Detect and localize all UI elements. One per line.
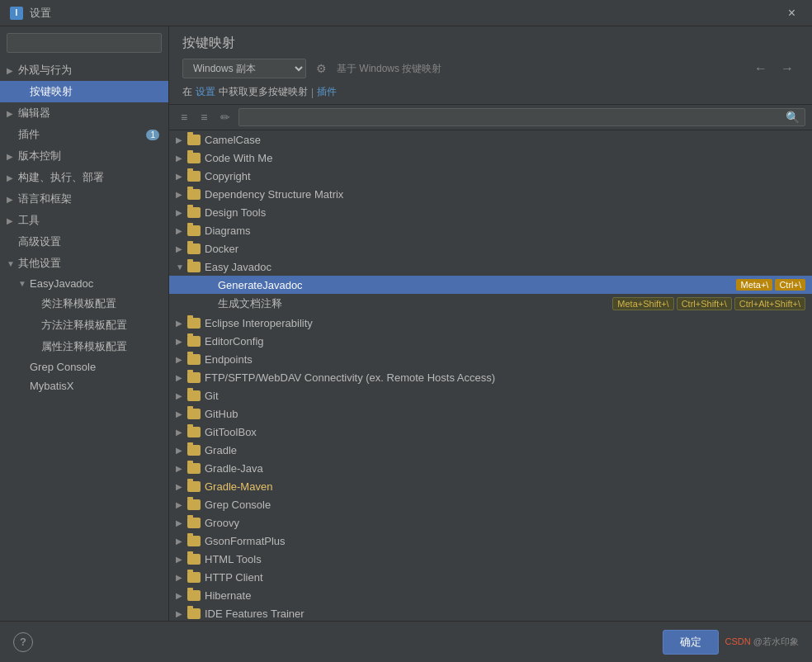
folder-icon [187, 536, 201, 546]
sidebar-item-methodcomment[interactable]: 方法注释模板配置 [0, 314, 168, 336]
close-button[interactable]: × [781, 2, 802, 24]
plugins-link[interactable]: 插件 [317, 85, 337, 99]
sidebar-item-other[interactable]: ▼其他设置 [0, 253, 168, 274]
tree-item-codewithme[interactable]: ▶Code With Me [169, 149, 812, 167]
window-title: 设置 [30, 6, 781, 21]
chevron-icon: ▶ [7, 109, 17, 118]
tree-item-label: GsonFormatPlus [205, 535, 805, 547]
section-title: 按键映射 [182, 35, 799, 52]
sidebar-item-vcs[interactable]: ▶版本控制 [0, 145, 168, 167]
chevron-icon: ▶ [176, 391, 187, 400]
settings-link[interactable]: 设置 [196, 85, 215, 99]
header-row2: 在 设置 中获取更多按键映射 | 插件 [182, 85, 799, 99]
tree-item-diagrams[interactable]: ▶Diagrams [169, 221, 812, 239]
chevron-icon: ▶ [176, 591, 187, 600]
tree-item-designtools[interactable]: ▶Design Tools [169, 203, 812, 221]
keymap-dropdown[interactable]: Windows 副本 [182, 59, 306, 78]
sidebar-item-appearance[interactable]: ▶外观与行为 [0, 59, 168, 81]
chevron-icon: ▶ [176, 135, 187, 144]
tree-item-label: Endpoints [205, 353, 805, 366]
tree-item-hibernate[interactable]: ▶Hibernate [169, 586, 812, 604]
tree-item-gradlejava[interactable]: ▶Gradle-Java [169, 459, 812, 477]
tree-item-ftp[interactable]: ▶FTP/SFTP/WebDAV Connectivity (ex. Remot… [169, 368, 812, 386]
folder-icon [187, 318, 201, 329]
tree-item-generatejavadoc[interactable]: GenerateJavadocMeta+\Ctrl+\ [169, 276, 812, 294]
main-header: 按键映射 Windows 副本 ⚙ 基于 Windows 按键映射 ← → 在 … [169, 26, 812, 105]
sidebar: ▶外观与行为按键映射▶编辑器插件1▶版本控制▶构建、执行、部署▶语言和框架▶工具… [0, 26, 169, 621]
chevron-icon: ▶ [176, 555, 187, 564]
chevron-icon: ▶ [176, 609, 187, 618]
folder-icon [187, 153, 201, 163]
tree-item-camelcase[interactable]: ▶CamelCase [169, 130, 812, 149]
tree-item-gittoolbox[interactable]: ▶GitToolBox [169, 423, 812, 441]
chevron-icon: ▶ [7, 66, 17, 75]
tree-item-label: Code With Me [205, 152, 805, 164]
tree-item-dsm[interactable]: ▶Dependency Structure Matrix [169, 185, 812, 203]
nav-back-button[interactable]: ← [749, 59, 772, 78]
sidebar-item-advanced[interactable]: 高级设置 [0, 231, 168, 253]
tree-item-generatecomment[interactable]: 生成文档注释Meta+Shift+\Ctrl+Shift+\Ctrl+Alt+S… [169, 294, 812, 314]
tree-item-easyjavadoc[interactable]: ▼Easy Javadoc [169, 258, 812, 276]
folder-icon [187, 207, 201, 218]
chevron-icon: ▶ [176, 373, 187, 382]
link-separator: | [311, 87, 314, 98]
tree-item-grepconsole[interactable]: ▶Grep Console [169, 495, 812, 513]
chevron-icon: ▶ [176, 172, 187, 181]
search-icon-button[interactable]: 🔍 [786, 111, 800, 124]
confirm-button[interactable]: 确定 [663, 630, 719, 655]
based-on-text: 基于 Windows 按键映射 [337, 62, 441, 76]
dialog-body: ▶外观与行为按键映射▶编辑器插件1▶版本控制▶构建、执行、部署▶语言和框架▶工具… [0, 26, 812, 621]
tree-item-gsonformatplus[interactable]: ▶GsonFormatPlus [169, 532, 812, 550]
sidebar-item-label: Grep Console [30, 361, 162, 373]
sidebar-item-classcomment[interactable]: 类注释模板配置 [0, 293, 168, 314]
sidebar-item-lang[interactable]: ▶语言和框架 [0, 188, 168, 210]
tree-item-git[interactable]: ▶Git [169, 386, 812, 404]
badge: 1 [146, 130, 159, 140]
chevron-icon: ▶ [176, 573, 187, 582]
tree-item-gradle[interactable]: ▶Gradle [169, 441, 812, 459]
collapse-all-button[interactable]: ≡ [196, 109, 212, 125]
header-prefix: 在 [182, 85, 192, 99]
tree-item-htmltools[interactable]: ▶HTML Tools [169, 550, 812, 568]
sidebar-item-keymap[interactable]: 按键映射 [0, 81, 168, 102]
sidebar-item-easyjavadoc[interactable]: ▼EasyJavadoc [0, 274, 168, 293]
chevron-icon: ▶ [7, 152, 17, 161]
header-row1: Windows 副本 ⚙ 基于 Windows 按键映射 ← → [182, 59, 799, 78]
shortcut-badge: Ctrl+Shift+\ [677, 297, 732, 310]
tree-item-idefeaturestrainer[interactable]: ▶IDE Features Trainer [169, 604, 812, 621]
tree-item-github[interactable]: ▶GitHub [169, 404, 812, 423]
folder-icon [187, 445, 201, 456]
folder-icon [187, 590, 201, 601]
gear-button[interactable]: ⚙ [313, 60, 330, 77]
tree-item-copyright[interactable]: ▶Copyright [169, 167, 812, 185]
tree-item-docker[interactable]: ▶Docker [169, 239, 812, 258]
chevron-icon: ▶ [176, 226, 187, 235]
edit-button[interactable]: ✏ [215, 109, 235, 125]
chevron-icon: ▶ [176, 500, 187, 509]
folder-icon [187, 225, 201, 236]
help-button[interactable]: ? [13, 632, 33, 652]
chevron-icon: ▶ [176, 337, 187, 346]
expand-all-button[interactable]: ≡ [176, 109, 192, 125]
tree-item-httpclient[interactable]: ▶HTTP Client [169, 568, 812, 586]
nav-forward-button[interactable]: → [776, 59, 799, 78]
tree-item-gradlemaven[interactable]: ▶Gradle-Maven [169, 477, 812, 495]
folder-icon [187, 189, 201, 200]
sidebar-item-grepconsole[interactable]: Grep Console [0, 357, 168, 376]
tree-item-endpoints[interactable]: ▶Endpoints [169, 350, 812, 368]
sidebar-item-fieldcomment[interactable]: 属性注释模板配置 [0, 336, 168, 357]
tree-item-eclipseinterop[interactable]: ▶Eclipse Interoperability [169, 314, 812, 332]
sidebar-item-build[interactable]: ▶构建、执行、部署 [0, 167, 168, 188]
sidebar-search-input[interactable] [7, 33, 162, 53]
main-content: 按键映射 Windows 副本 ⚙ 基于 Windows 按键映射 ← → 在 … [169, 26, 812, 621]
sidebar-item-plugins[interactable]: 插件1 [0, 124, 168, 145]
sidebar-item-label: 按键映射 [30, 84, 162, 99]
chevron-icon: ▶ [176, 208, 187, 217]
sidebar-item-tools[interactable]: ▶工具 [0, 210, 168, 231]
sidebar-item-mybatisx[interactable]: MybatisX [0, 376, 168, 395]
tree-item-groovy[interactable]: ▶Groovy [169, 513, 812, 532]
search-input[interactable] [244, 111, 786, 123]
sidebar-item-editor[interactable]: ▶编辑器 [0, 102, 168, 124]
tree-item-label: IDE Features Trainer [205, 608, 805, 620]
tree-item-editorconfig[interactable]: ▶EditorConfig [169, 332, 812, 350]
